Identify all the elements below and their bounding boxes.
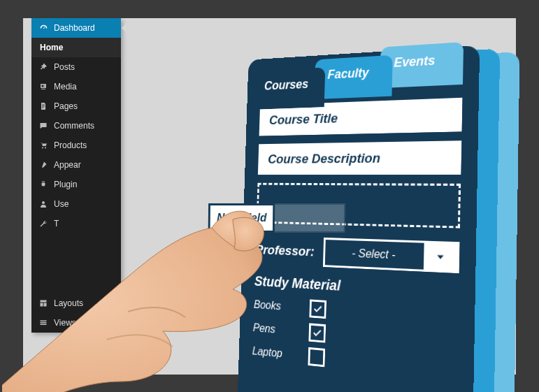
admin-sidebar: Dashboard Home Posts Media Pages xyxy=(31,18,121,333)
checkbox-books[interactable] xyxy=(309,299,326,319)
sidebar-item-posts[interactable]: Posts xyxy=(31,57,121,77)
sidebar-label: Plugin xyxy=(54,180,114,189)
new-field-chip[interactable]: New Field xyxy=(208,198,342,237)
tab-events[interactable]: Events xyxy=(380,42,463,88)
tab-label: Events xyxy=(394,53,435,71)
sidebar-label: Media xyxy=(54,82,114,92)
field-course-description[interactable]: Course Description xyxy=(258,140,462,175)
svg-point-1 xyxy=(42,147,43,149)
sidebar-item-products[interactable]: Products xyxy=(31,136,121,155)
sidebar-label: Comments xyxy=(54,121,114,131)
tab-faculty[interactable]: Faculty xyxy=(314,55,392,99)
sidebar-label: Views xyxy=(54,318,114,328)
study-item-label: Laptop xyxy=(252,345,296,362)
sidebar-label: Layouts xyxy=(54,298,114,308)
sidebar-label: Appear xyxy=(54,160,114,170)
sidebar-item-dashboard[interactable]: Dashboard xyxy=(31,18,121,38)
checkbox-pens[interactable] xyxy=(308,324,326,343)
professor-row: Professor: - Select - xyxy=(255,235,460,273)
page-icon xyxy=(38,102,48,110)
study-item-label: Pens xyxy=(253,321,296,337)
sidebar-item-users[interactable]: Use xyxy=(31,194,121,214)
sidebar-item-appearance[interactable]: Appear xyxy=(31,155,121,175)
canvas: Dashboard Home Posts Media Pages xyxy=(23,18,516,375)
sidebar-label: Pages xyxy=(54,101,114,111)
sidebar-label: Dashboard xyxy=(54,23,114,33)
wrench-icon xyxy=(38,219,48,228)
sidebar-item-media[interactable]: Media xyxy=(31,77,121,96)
comment-icon xyxy=(38,122,48,130)
sidebar-label: Posts xyxy=(54,62,114,72)
views-icon xyxy=(38,319,48,327)
pin-icon xyxy=(38,63,48,71)
professor-label: Professor: xyxy=(255,242,315,260)
new-field-label: New Field xyxy=(208,203,275,233)
tab-courses[interactable]: Courses xyxy=(252,67,325,110)
sidebar-item-tools[interactable]: T xyxy=(31,214,121,233)
tab-label: Faculty xyxy=(327,65,368,82)
sidebar-item-views[interactable]: Views xyxy=(31,313,121,333)
sidebar-spacer xyxy=(31,233,121,293)
select-toggle[interactable] xyxy=(424,243,458,271)
sidebar-item-comments[interactable]: Comments xyxy=(31,116,121,136)
sidebar-label: Products xyxy=(54,140,114,150)
checkbox-laptop[interactable] xyxy=(308,347,325,368)
brush-icon xyxy=(38,161,48,169)
sidebar-item-home[interactable]: Home xyxy=(31,38,121,57)
sidebar-label: Home xyxy=(40,43,114,52)
tab-label: Courses xyxy=(264,77,309,93)
select-placeholder: - Select - xyxy=(325,240,424,270)
new-field-ghost xyxy=(272,203,345,233)
sidebar-item-layouts[interactable]: Layouts xyxy=(31,293,121,313)
sidebar-item-plugins[interactable]: Plugin xyxy=(31,175,121,194)
sidebar-label: T xyxy=(54,219,114,228)
cart-icon xyxy=(38,141,48,150)
sidebar-label: Use xyxy=(54,199,114,209)
form-tabs: Events Faculty Courses xyxy=(247,45,480,99)
study-item-label: Books xyxy=(254,298,297,314)
user-icon xyxy=(38,200,48,208)
plug-icon xyxy=(38,180,48,189)
professor-select[interactable]: - Select - xyxy=(323,238,460,273)
media-icon xyxy=(38,82,48,91)
svg-point-2 xyxy=(45,147,46,149)
svg-point-0 xyxy=(42,85,44,87)
sidebar-item-pages[interactable]: Pages xyxy=(31,96,121,116)
gauge-icon xyxy=(38,24,48,33)
svg-point-3 xyxy=(42,201,45,204)
layout-icon xyxy=(38,299,48,307)
